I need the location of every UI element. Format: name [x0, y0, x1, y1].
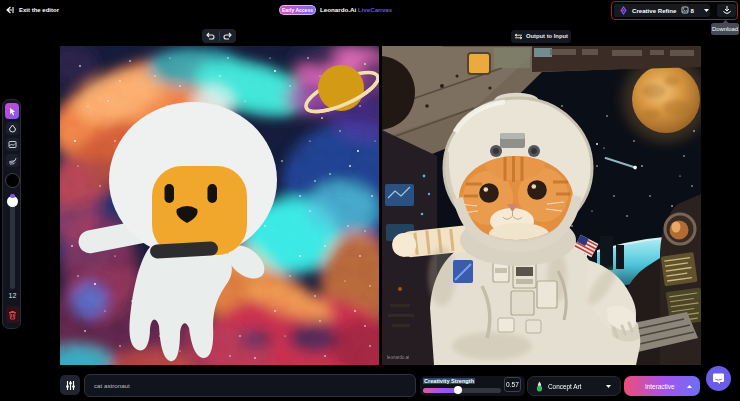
svg-text:leonardo.ai: leonardo.ai: [387, 355, 409, 360]
